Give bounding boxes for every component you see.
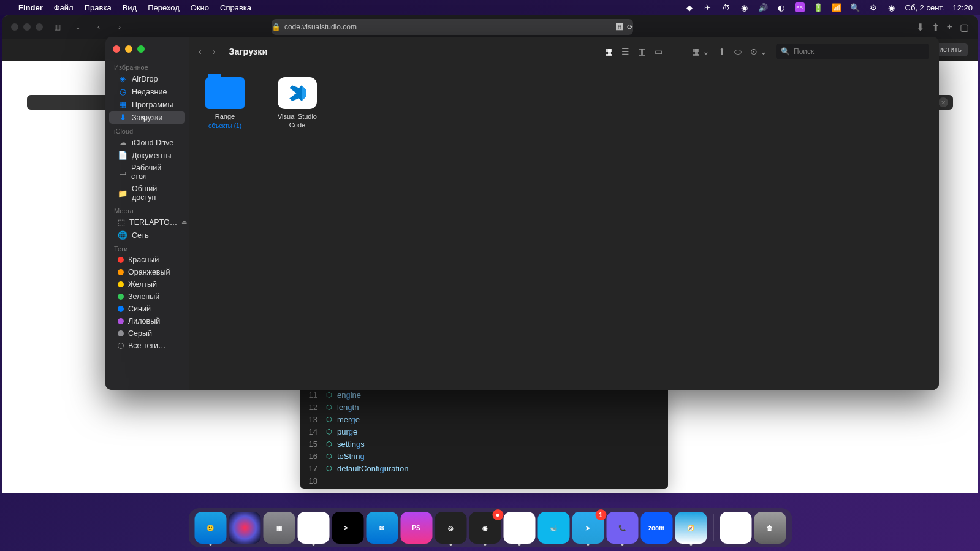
code-line: 18 xyxy=(300,474,668,487)
airdrop-icon: ◈ xyxy=(118,74,127,83)
sidebar-item[interactable]: Все теги… xyxy=(109,340,185,352)
menu-go[interactable]: Переход xyxy=(148,3,180,12)
sidebar-item[interactable]: Оранжевый xyxy=(109,266,185,278)
sidebar-item[interactable]: Зеленый xyxy=(109,291,185,303)
forward-icon[interactable]: › xyxy=(113,20,126,34)
dock-obs[interactable]: ◎ xyxy=(435,512,466,544)
sidebar-item-label: Рабочий стол xyxy=(131,164,177,181)
file-item[interactable]: Visual Studio Code xyxy=(273,77,321,130)
menu-view[interactable]: Вид xyxy=(123,3,137,12)
menu-edit[interactable]: Правка xyxy=(85,3,112,12)
status-icon[interactable]: ✈ xyxy=(703,2,713,12)
file-item[interactable]: Rangeобъекты (1) xyxy=(201,77,249,129)
sidebar-item-label: Все теги… xyxy=(128,341,166,350)
sidebar-item[interactable]: Желтый xyxy=(109,278,185,291)
sidebar-item-label: AirDrop xyxy=(132,75,158,83)
search-field[interactable]: 🔍 Поиск xyxy=(776,44,929,59)
file-grid[interactable]: Rangeобъекты (1)Visual Studio Code xyxy=(189,66,939,390)
sidebar-item[interactable]: 📄Документы xyxy=(109,149,185,162)
volume-icon[interactable]: 🔊 xyxy=(758,2,768,12)
menu-help[interactable]: Справка xyxy=(220,3,251,12)
tag-dot-icon xyxy=(118,269,124,275)
dock-terminal[interactable]: >_ xyxy=(332,512,363,544)
menu-window[interactable]: Окно xyxy=(191,3,209,12)
list-view-icon[interactable]: ☰ xyxy=(621,47,629,57)
running-indicator xyxy=(587,544,589,546)
group-icon[interactable]: ▦ ⌄ xyxy=(692,47,710,57)
ps-icon[interactable]: PS xyxy=(795,2,805,12)
dock-vscode[interactable]: ⟨⟩ xyxy=(720,512,751,544)
new-tab-icon[interactable]: + xyxy=(947,21,952,33)
back-icon[interactable]: ‹ xyxy=(199,47,202,56)
running-indicator xyxy=(689,544,692,546)
more-icon[interactable]: ⊙ ⌄ xyxy=(750,47,767,57)
dock-telegram[interactable]: ➤1 xyxy=(572,512,604,544)
sidebar-item[interactable]: ◈AirDrop xyxy=(109,72,185,85)
forward-icon[interactable]: › xyxy=(213,47,216,56)
dock-trash[interactable]: 🗑 xyxy=(754,512,786,544)
sidebar-item[interactable]: Красный xyxy=(109,254,185,266)
viber-icon[interactable]: ◉ xyxy=(740,2,750,12)
dock-viber[interactable]: 📞 xyxy=(606,512,638,544)
dock-chrome[interactable]: ◉ xyxy=(297,512,329,544)
dock-finder[interactable]: 🙂 xyxy=(194,512,226,544)
app-name[interactable]: Finder xyxy=(18,3,43,12)
sidebar-toggle-icon[interactable]: ▥ xyxy=(50,20,64,34)
status-icon[interactable]: ◆ xyxy=(685,2,694,12)
tag-dot-icon xyxy=(118,281,124,287)
column-view-icon[interactable]: ▥ xyxy=(638,47,646,57)
spotlight-icon[interactable]: 🔍 xyxy=(850,2,860,12)
menu-file[interactable]: Файл xyxy=(54,3,74,12)
fullscreen-button[interactable] xyxy=(137,45,145,53)
downloads-icon[interactable]: ⬇ xyxy=(916,21,924,33)
address-bar[interactable]: 🔒 code.visualstudio.com 🅰 ⟳ xyxy=(272,19,633,35)
dock-zoom[interactable]: zoom xyxy=(640,512,672,544)
running-indicator xyxy=(209,544,211,546)
back-icon[interactable]: ‹ xyxy=(92,20,105,34)
menubar-date[interactable]: Сб, 2 сент. xyxy=(905,3,944,12)
icon-view-icon[interactable]: ▦ xyxy=(605,47,613,57)
menubar-time[interactable]: 12:20 xyxy=(952,3,973,12)
wifi-icon[interactable]: 📶 xyxy=(832,2,841,12)
dock-phpstorm[interactable]: PS xyxy=(400,512,432,544)
sidebar-item[interactable]: ☁iCloud Drive xyxy=(109,136,185,149)
chevron-down-icon[interactable]: ⌄ xyxy=(71,20,85,34)
dock-siri[interactable] xyxy=(229,512,260,544)
dock-mail[interactable]: ✉ xyxy=(366,512,398,544)
safari-traffic-lights[interactable] xyxy=(11,23,43,31)
share-icon[interactable]: ⬆ xyxy=(932,21,940,33)
battery-icon[interactable]: 🔋 xyxy=(813,2,823,12)
siri-icon[interactable]: ◉ xyxy=(887,2,897,12)
sidebar-item[interactable]: Серый xyxy=(109,327,185,340)
sidebar-item[interactable]: ◷Недавние xyxy=(109,85,185,98)
sidebar-item[interactable]: Лиловый xyxy=(109,315,185,327)
sidebar-item[interactable]: ▭Рабочий стол xyxy=(109,162,185,183)
dock-obs2[interactable]: ◉● xyxy=(469,512,501,544)
dock-docker[interactable]: 🐋 xyxy=(537,512,569,544)
dock-slack[interactable]: ✱ xyxy=(503,512,535,544)
screen-icon[interactable]: ◐ xyxy=(777,2,786,12)
reload-icon[interactable]: ⟳ xyxy=(627,23,633,31)
minimize-button[interactable] xyxy=(125,45,132,53)
status-icon[interactable]: ⏱ xyxy=(721,2,731,12)
sidebar-item[interactable]: 📁Общий доступ xyxy=(109,183,185,203)
dock-launchpad[interactable]: ▦ xyxy=(263,512,295,544)
close-icon[interactable]: ✕ xyxy=(938,97,948,107)
tabs-icon[interactable]: ▢ xyxy=(960,21,969,33)
sidebar-item[interactable]: 🌐Сеть xyxy=(109,229,185,241)
dock-safari[interactable]: 🧭 xyxy=(675,512,707,544)
gallery-view-icon[interactable]: ▭ xyxy=(655,47,663,57)
sidebar-item[interactable]: Синий xyxy=(109,303,185,315)
tag-icon[interactable]: ⬭ xyxy=(734,47,742,57)
sidebar-item[interactable]: ⬇Загрузки xyxy=(109,111,185,124)
close-button[interactable] xyxy=(113,45,120,53)
search-placeholder: Поиск xyxy=(794,47,814,56)
finder-traffic-lights[interactable] xyxy=(105,43,189,60)
eject-icon[interactable]: ⏏ xyxy=(181,219,187,226)
sidebar-item[interactable]: ⬚TERLAPTO…⏏ xyxy=(109,216,185,229)
cloud-icon: ☁ xyxy=(118,138,127,147)
sidebar-item[interactable]: ▦Программы xyxy=(109,98,185,111)
share-icon[interactable]: ⬆ xyxy=(718,47,726,57)
translate-icon[interactable]: 🅰 xyxy=(616,23,623,31)
control-center-icon[interactable]: ⚙ xyxy=(868,2,878,12)
